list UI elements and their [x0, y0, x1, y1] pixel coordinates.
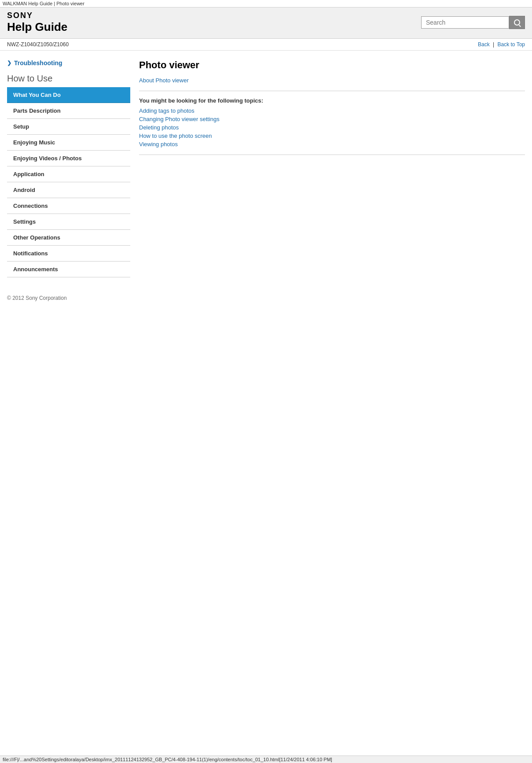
footer: © 2012 Sony Corporation [0, 286, 532, 306]
page-title: Photo viewer [139, 59, 525, 71]
topic-link-1[interactable]: Changing Photo viewer settings [139, 116, 525, 122]
header-left: SONY Help Guide [7, 11, 67, 34]
breadcrumb-bar: NWZ-Z1040/Z1050/Z1060 Back | Back to Top [0, 39, 532, 51]
sidebar-item-setup[interactable]: Setup [7, 119, 130, 135]
sidebar-item-parts-description[interactable]: Parts Description [7, 103, 130, 119]
sidebar-item-notifications[interactable]: Notifications [7, 246, 130, 262]
sidebar-item-connections[interactable]: Connections [7, 198, 130, 214]
sidebar: Troubleshooting How to Use What You Can … [7, 59, 130, 277]
topic-link-0[interactable]: Adding tags to photos [139, 107, 525, 114]
search-area [421, 16, 525, 29]
content-area: Photo viewer About Photo viewer You migh… [139, 59, 525, 277]
about-photo-viewer-link[interactable]: About Photo viewer [139, 77, 189, 84]
nav-links: Back | Back to Top [478, 41, 525, 48]
content-divider [139, 91, 525, 91]
sidebar-item-settings[interactable]: Settings [7, 214, 130, 230]
search-input[interactable] [421, 16, 509, 29]
sidebar-item-enjoying-music[interactable]: Enjoying Music [7, 135, 130, 151]
sidebar-item-what-you-can-do[interactable]: What You Can Do [7, 87, 130, 103]
sidebar-item-enjoying-videos--photos[interactable]: Enjoying Videos / Photos [7, 151, 130, 166]
title-bar-text: WALKMAN Help Guide | Photo viewer [3, 1, 84, 6]
copyright-text: © 2012 Sony Corporation [7, 295, 67, 301]
sidebar-item-android[interactable]: Android [7, 182, 130, 198]
how-to-use-label: How to Use [7, 74, 130, 84]
content-bottom-divider [139, 155, 525, 155]
sidebar-item-other-operations[interactable]: Other Operations [7, 230, 130, 246]
sidebar-item-announcements[interactable]: Announcements [7, 262, 130, 277]
sidebar-nav: What You Can DoParts DescriptionSetupEnj… [7, 87, 130, 277]
search-icon [514, 19, 520, 26]
topic-link-2[interactable]: Deleting photos [139, 124, 525, 131]
sony-logo: SONY [7, 11, 67, 20]
nav-separator: | [493, 41, 494, 48]
device-model: NWZ-Z1040/Z1050/Z1060 [7, 41, 69, 48]
header: SONY Help Guide [0, 7, 532, 39]
topic-link-4[interactable]: Viewing photos [139, 141, 525, 147]
help-guide-title: Help Guide [7, 20, 67, 34]
looking-for-label: You might be looking for the following t… [139, 97, 525, 104]
topics-list: Adding tags to photosChanging Photo view… [139, 107, 525, 147]
search-button[interactable] [509, 16, 525, 29]
topic-link-3[interactable]: How to use the photo screen [139, 133, 525, 139]
back-to-top-link[interactable]: Back to Top [498, 41, 525, 48]
sidebar-item-application[interactable]: Application [7, 166, 130, 182]
back-link[interactable]: Back [478, 41, 490, 48]
troubleshooting-link[interactable]: Troubleshooting [7, 59, 130, 66]
title-bar: WALKMAN Help Guide | Photo viewer [0, 0, 532, 7]
main-content: Troubleshooting How to Use What You Can … [0, 51, 532, 286]
